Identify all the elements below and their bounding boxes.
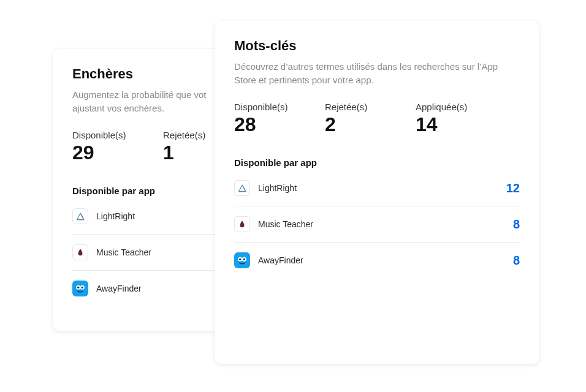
app-count: 8 [513,217,520,232]
motscles-stat-rejetee: Rejetée(s) 2 [325,102,386,136]
app-row-lightright[interactable]: LightRight 12 [234,176,520,206]
app-name: LightRight [258,183,498,193]
encheres-desc-line2: ajustant vos enchères. [72,103,164,113]
app-row-awayfinder[interactable]: AwayFinder 8 [234,243,520,278]
svg-point-7 [243,258,245,260]
motscles-stats-row: Disponible(s) 28 Rejetée(s) 2 Appliquée(… [234,102,520,136]
musicteacher-icon [234,216,250,232]
motscles-app-list: LightRight 12 Music Teacher 8 AwayFinder… [234,176,520,278]
stat-label: Disponible(s) [234,102,295,112]
stat-value: 29 [72,141,134,164]
stat-label: Appliquée(s) [416,102,477,112]
motscles-stat-disponible: Disponible(s) 28 [234,102,295,136]
motscles-description: Découvrez d’autres termes utilisés dans … [234,60,520,87]
stat-label: Disponible(s) [72,130,134,140]
stat-value: 2 [325,113,386,136]
stat-value: 28 [234,113,295,136]
encheres-stat-disponible: Disponible(s) 29 [72,130,134,164]
awayfinder-icon [72,281,88,296]
app-name: AwayFinder [258,255,505,265]
awayfinder-icon [234,252,250,268]
svg-point-2 [77,287,79,288]
app-name: Music Teacher [258,219,505,229]
stat-label: Rejetée(s) [325,102,386,112]
encheres-desc-line1: Augmentez la probabilité que vot [72,89,206,100]
svg-point-3 [82,287,83,288]
svg-point-6 [239,258,241,260]
app-count: 8 [513,254,520,268]
motscles-section-header: Disponible par app [234,157,520,168]
lightright-icon [72,208,88,224]
stat-value: 14 [416,113,477,136]
motscles-card: Mots-clés Découvrez d’autres termes util… [215,21,539,364]
app-count: 12 [506,181,520,195]
lightright-icon [234,180,250,196]
motscles-title: Mots-clés [234,38,520,54]
motscles-stat-appliquee: Appliquée(s) 14 [416,102,477,136]
app-row-musicteacher[interactable]: Music Teacher 8 [234,206,520,243]
musicteacher-icon [72,244,88,260]
